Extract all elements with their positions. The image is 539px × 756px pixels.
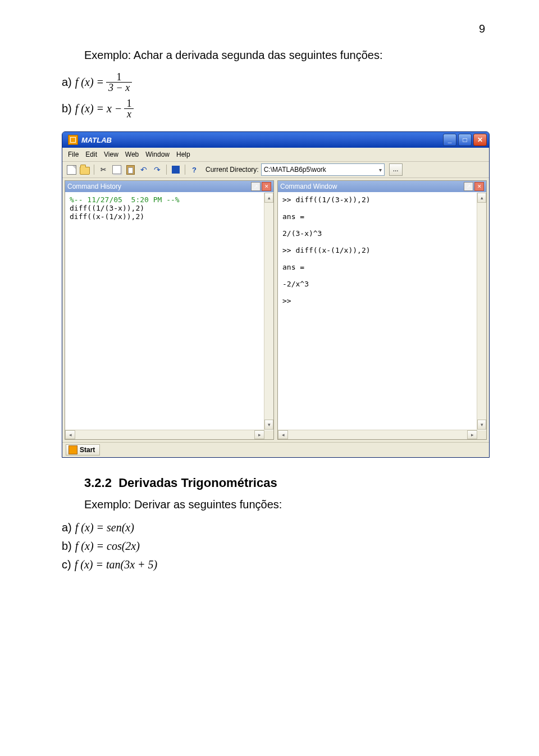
item-b-label: b) xyxy=(62,102,72,115)
close-button[interactable]: ✕ xyxy=(473,134,487,146)
simulink-button[interactable] xyxy=(170,164,181,175)
command-history-pane: Command History ↗ ✕ %-- 11/27/05 5:20 PM… xyxy=(65,180,274,440)
toolbar: ✂ ↶ ↷ ? Current Directory: C:\MATLAB6p5\… xyxy=(62,162,489,178)
bottom-item-a-label: a) xyxy=(62,521,72,534)
scrollbar-horizontal[interactable]: ◂ ▸ xyxy=(65,430,264,439)
minimize-button[interactable]: _ xyxy=(443,134,456,146)
section-number: 3.2.2 xyxy=(84,476,112,490)
page-number: 9 xyxy=(62,22,488,35)
help-button[interactable]: ? xyxy=(189,164,200,175)
scrollbar-vertical[interactable]: ▴ ▾ xyxy=(264,193,273,430)
scroll-corner xyxy=(264,430,273,439)
start-label: Start xyxy=(80,446,95,454)
command-window-title: Command Window xyxy=(280,183,337,190)
chevron-down-icon: ▾ xyxy=(379,167,382,173)
titlebar: MATLAB _ □ ✕ xyxy=(62,132,489,148)
item-b-prefix: f (x) = x − xyxy=(75,102,122,115)
item-a: a) f (x) = 1 3 − x xyxy=(62,72,488,93)
undock-button[interactable]: ↗ xyxy=(251,182,261,191)
bottom-item-b-label: b) xyxy=(62,540,72,553)
command-window-pane: Command Window ↗ ✕ >> diff((1/(3-x)),2) … xyxy=(277,180,487,440)
scroll-left-icon: ◂ xyxy=(65,430,75,439)
pane-close-button[interactable]: ✕ xyxy=(262,182,271,191)
copy-button[interactable] xyxy=(111,164,122,175)
section-title: 3.2.2 Derivadas Trigonométricas xyxy=(84,476,488,490)
undock-button[interactable]: ↗ xyxy=(464,182,473,191)
menu-web[interactable]: Web xyxy=(125,151,139,158)
command-window-body[interactable]: >> diff((1/(3-x)),2) ans = 2/(3-x)^3 >> … xyxy=(278,192,486,439)
new-file-button[interactable] xyxy=(66,164,77,175)
item-a-label: a) xyxy=(62,76,72,89)
bottom-item-c: c) f (x) = tan(3x + 5) xyxy=(62,558,488,571)
scroll-right-icon: ▸ xyxy=(254,430,264,439)
item-b-denominator: x xyxy=(125,109,134,119)
browse-button[interactable]: ... xyxy=(389,163,403,176)
scroll-down-icon: ▾ xyxy=(477,420,486,430)
scroll-right-icon: ▸ xyxy=(467,430,477,439)
menubar: File Edit View Web Window Help xyxy=(62,148,489,162)
menu-edit[interactable]: Edit xyxy=(85,151,97,158)
help-icon: ? xyxy=(192,166,197,174)
statusbar: Start xyxy=(62,442,489,457)
open-file-button[interactable] xyxy=(79,164,90,175)
scroll-up-icon: ▴ xyxy=(477,193,486,203)
redo-button[interactable]: ↷ xyxy=(152,164,163,175)
open-file-icon xyxy=(80,167,90,175)
bottom-item-a-expr: f (x) = sen(x) xyxy=(75,521,134,534)
start-button[interactable]: Start xyxy=(66,444,100,456)
item-a-denominator: 3 − x xyxy=(106,83,132,93)
scroll-left-icon: ◂ xyxy=(278,430,288,439)
matlab-icon xyxy=(68,445,77,454)
item-b-numerator: 1 xyxy=(124,98,134,108)
item-a-fraction: 1 3 − x xyxy=(106,72,132,93)
current-directory-label: Current Directory: xyxy=(205,166,259,174)
section-name: Derivadas Trigonométricas xyxy=(118,476,277,490)
command-history-body[interactable]: %-- 11/27/05 5:20 PM --%diff((1/(3-x)),2… xyxy=(65,192,273,439)
menu-view[interactable]: View xyxy=(104,151,118,158)
item-a-numerator: 1 xyxy=(115,72,124,82)
bottom-item-b: b) f (x) = cos(2x) xyxy=(62,540,488,553)
maximize-button[interactable]: □ xyxy=(458,134,472,146)
new-file-icon xyxy=(67,165,76,175)
intro-text: Exemplo: Achar a derivada segunda das se… xyxy=(84,49,488,62)
cut-icon: ✂ xyxy=(101,166,106,174)
current-directory-select[interactable]: C:\MATLAB6p5\work ▾ xyxy=(261,163,385,176)
separator-icon xyxy=(94,165,94,175)
paste-icon xyxy=(126,165,135,175)
item-a-prefix: f (x) = xyxy=(75,76,104,89)
undo-icon: ↶ xyxy=(140,165,147,174)
current-directory-value: C:\MATLAB6p5\work xyxy=(264,166,326,174)
item-b: b) f (x) = x − 1 x xyxy=(62,98,488,119)
menu-file[interactable]: File xyxy=(68,151,79,158)
bottom-item-c-expr: f (x) = tan(3x + 5) xyxy=(75,558,158,571)
window-title: MATLAB xyxy=(81,136,443,144)
scrollbar-horizontal[interactable]: ◂ ▸ xyxy=(278,430,477,439)
scroll-up-icon: ▴ xyxy=(264,193,273,203)
scroll-down-icon: ▾ xyxy=(264,420,273,430)
paste-button[interactable] xyxy=(125,164,136,175)
matlab-window: MATLAB _ □ ✕ File Edit View Web Window H… xyxy=(62,131,490,458)
separator-icon xyxy=(166,165,167,175)
bottom-item-b-expr: f (x) = cos(2x) xyxy=(75,540,140,553)
menu-help[interactable]: Help xyxy=(176,151,190,158)
matlab-icon xyxy=(68,135,78,145)
section-example: Exemplo: Derivar as seguintes funções: xyxy=(84,498,488,511)
undo-button[interactable]: ↶ xyxy=(138,164,149,175)
scrollbar-vertical[interactable]: ▴ ▾ xyxy=(477,193,486,430)
menu-window[interactable]: Window xyxy=(145,151,170,158)
scroll-corner xyxy=(477,430,486,439)
copy-icon xyxy=(112,165,121,174)
cut-button[interactable]: ✂ xyxy=(98,164,109,175)
separator-icon xyxy=(185,165,185,175)
item-b-fraction: 1 x xyxy=(124,98,134,119)
simulink-icon xyxy=(172,166,180,174)
redo-icon: ↷ xyxy=(154,165,161,174)
bottom-item-a: a) f (x) = sen(x) xyxy=(62,521,488,534)
command-history-title: Command History xyxy=(67,183,121,190)
pane-close-button[interactable]: ✕ xyxy=(474,182,484,191)
bottom-item-c-label: c) xyxy=(62,558,71,571)
